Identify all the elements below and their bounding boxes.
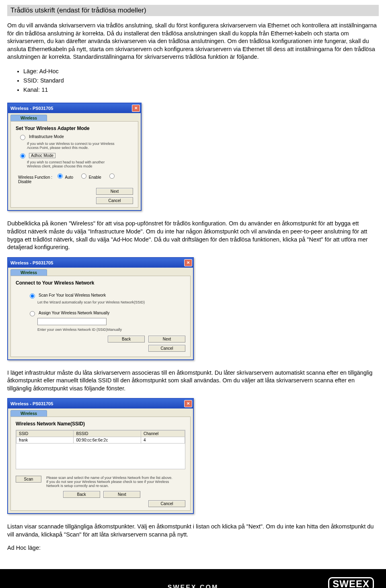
tab-wireless[interactable]: Wireless: [10, 115, 47, 121]
radio-adhoc[interactable]: [20, 153, 25, 159]
cancel-button[interactable]: Cancel: [148, 500, 185, 507]
cell-ssid: frank: [16, 437, 74, 444]
hint-text: If you wish to use Wireless to connect t…: [27, 142, 115, 150]
close-icon[interactable]: ✕: [184, 259, 192, 266]
table-row[interactable]: frank 00:90:cc:6e:6e:2c 4: [16, 437, 185, 444]
cancel-button[interactable]: Cancel: [96, 197, 133, 204]
cell-bssid: 00:90:cc:6e:6e:2c: [74, 437, 141, 444]
opt-label: Enable: [89, 175, 101, 179]
tab-wireless[interactable]: Wireless: [10, 269, 47, 276]
col-ssid: SSID: [16, 431, 74, 437]
radio-manual[interactable]: [30, 311, 35, 316]
page-footer: SWEEX.COM SWEEX My Digital Life: [0, 569, 386, 588]
paragraph: Listan visar scannade tillgängliga åtkom…: [7, 523, 379, 538]
radio-auto[interactable]: [57, 173, 63, 179]
radio-disable[interactable]: [109, 173, 115, 179]
opt-label: Auto: [65, 175, 74, 179]
list-item: SSID: Standard: [23, 76, 379, 85]
defaults-list: Läge: Ad-Hoc SSID: Standard Kanal: 11: [23, 67, 379, 95]
radio-scan[interactable]: [30, 293, 35, 299]
func-label: Wireless Function :: [18, 175, 52, 179]
hint-text: If you wish to connect head to head with…: [27, 160, 115, 168]
radio-enable[interactable]: [81, 173, 86, 179]
paragraph: I läget infrastruktur måste du låta skri…: [7, 369, 379, 393]
section-title: Trådlös utskrift (endast för trådlösa mo…: [7, 5, 379, 16]
hint-text: Enter your own Wireless Network ID (SSID…: [37, 328, 166, 332]
radio-infrastructure[interactable]: [20, 135, 25, 140]
radio-label: Adhoc Mode: [29, 153, 55, 158]
list-item: Kanal: 11: [23, 85, 379, 95]
col-bssid: BSSID: [74, 431, 141, 437]
tab-wireless[interactable]: Wireless: [10, 410, 47, 417]
ssid-table[interactable]: SSID BSSID Channel frank 00:90:cc:6e:6e:…: [16, 430, 185, 469]
wireless-connect-dialog: Wireless - PS031705 ✕ Wireless Connect t…: [7, 257, 194, 360]
dialog-title: Wireless - PS031705: [10, 401, 53, 406]
dialog-title: Wireless - PS031705: [10, 260, 53, 265]
hint-text: Let the Wizard automatically scan for yo…: [37, 300, 166, 304]
dialog-titlebar[interactable]: Wireless - PS031705 ✕: [8, 258, 193, 268]
close-icon[interactable]: ✕: [132, 105, 140, 112]
next-button[interactable]: Next: [103, 491, 140, 498]
back-button[interactable]: Back: [63, 491, 100, 498]
brand-mark: SWEEX: [328, 577, 374, 588]
cell-channel: 4: [141, 437, 185, 444]
intro-paragraph: Om du vill använda skrivarservern via tr…: [7, 22, 379, 61]
dialog-titlebar[interactable]: Wireless - PS031705 ✕: [8, 399, 193, 409]
dialog-titlebar[interactable]: Wireless - PS031705 ✕: [8, 103, 141, 113]
close-icon[interactable]: ✕: [184, 400, 192, 407]
radio-label: Scan For Your local Wireless Network: [39, 293, 106, 297]
col-channel: Channel: [141, 431, 185, 437]
dialog-heading: Set Your Wireless Adapter Mode: [16, 126, 133, 131]
back-button[interactable]: Back: [108, 336, 145, 342]
paragraph: Dubbelklicka på ikonen "Wireless" för at…: [7, 220, 379, 251]
scan-note: Please scan and select the name of your …: [46, 476, 175, 488]
radio-label: Assign Your Wireless Network Manually: [39, 311, 109, 315]
brand-logo: SWEEX My Digital Life: [328, 577, 374, 588]
next-button[interactable]: Next: [148, 336, 185, 342]
scan-button[interactable]: Scan: [16, 476, 41, 483]
cancel-button[interactable]: Cancel: [148, 345, 185, 352]
paragraph: Ad Hoc läge:: [7, 544, 379, 552]
opt-label: Disable: [18, 179, 31, 184]
wireless-mode-dialog: Wireless - PS031705 ✕ Wireless Set Your …: [7, 103, 142, 211]
list-item: Läge: Ad-Hoc: [23, 67, 379, 76]
dialog-heading: Connect to Your Wireless Network: [16, 280, 185, 286]
radio-label: Infrastructure Mode: [29, 134, 64, 139]
wireless-ssid-dialog: Wireless - PS031705 ✕ Wireless Wireless …: [7, 398, 194, 514]
footer-center: SWEEX.COM: [168, 584, 219, 588]
next-button[interactable]: Next: [96, 188, 133, 195]
dialog-title: Wireless - PS031705: [10, 106, 53, 111]
dialog-heading: Wireless Network Name(SSID): [16, 421, 185, 427]
ssid-input[interactable]: [37, 318, 107, 325]
